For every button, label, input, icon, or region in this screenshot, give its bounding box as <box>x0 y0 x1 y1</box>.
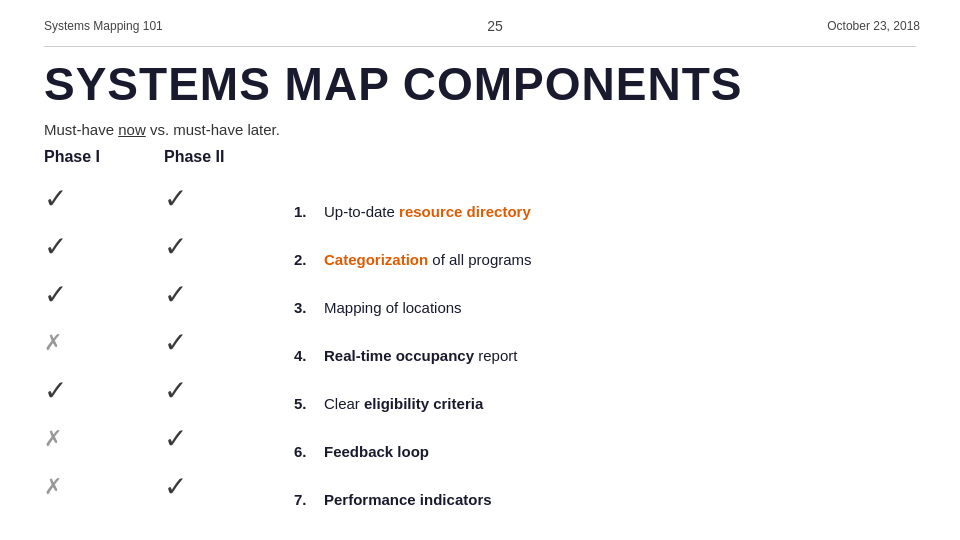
phase2-column: Phase II ✓ ✓ ✓ ✓ ✓ ✓ ✓ <box>164 148 274 528</box>
phase1-check-1: ✓ <box>44 180 67 218</box>
items-list: 1. Up-to-date resource directory 2. Cate… <box>274 148 532 528</box>
content-area: Phase I ✓ ✓ ✓ ✗ ✓ ✗ ✗ Phase II ✓ ✓ ✓ ✓ ✓… <box>0 148 960 528</box>
phase1-check-5: ✓ <box>44 372 67 410</box>
list-item: 7. Performance indicators <box>294 480 532 518</box>
phase2-check-1: ✓ <box>164 180 187 218</box>
list-item: 4. Real-time occupancy report <box>294 336 532 374</box>
list-item: 3. Mapping of locations <box>294 288 532 326</box>
phase2-check-5: ✓ <box>164 372 187 410</box>
phase2-check-3: ✓ <box>164 276 187 314</box>
phase2-label: Phase II <box>164 148 224 166</box>
phase1-column: Phase I ✓ ✓ ✓ ✗ ✓ ✗ ✗ <box>44 148 164 528</box>
header: Systems Mapping 101 25 October 23, 2018 <box>0 0 960 44</box>
phase1-check-2: ✓ <box>44 228 67 266</box>
page-title: SYSTEMS MAP COMPONENTS <box>0 47 960 119</box>
phase2-checklist: ✓ ✓ ✓ ✓ ✓ ✓ ✓ <box>164 180 187 506</box>
phase1-label: Phase I <box>44 148 100 166</box>
page-number: 25 <box>487 18 503 34</box>
phase2-check-4: ✓ <box>164 324 187 362</box>
phase2-check-7: ✓ <box>164 468 187 506</box>
list-item: 2. Categorization of all programs <box>294 240 532 278</box>
phase1-check-7: ✗ <box>44 468 67 506</box>
phase1-checklist: ✓ ✓ ✓ ✗ ✓ ✗ ✗ <box>44 180 67 506</box>
list-item: 5. Clear eligibility criteria <box>294 384 532 422</box>
list-item: 1. Up-to-date resource directory <box>294 192 532 230</box>
phase1-check-6: ✗ <box>44 420 67 458</box>
phase1-check-4: ✗ <box>44 324 67 362</box>
phase1-check-3: ✓ <box>44 276 67 314</box>
header-title: Systems Mapping 101 <box>44 19 163 33</box>
phase2-check-2: ✓ <box>164 228 187 266</box>
header-date: October 23, 2018 <box>827 19 920 33</box>
subtitle: Must-have now vs. must-have later. <box>0 119 960 148</box>
phase2-check-6: ✓ <box>164 420 187 458</box>
list-item: 6. Feedback loop <box>294 432 532 470</box>
